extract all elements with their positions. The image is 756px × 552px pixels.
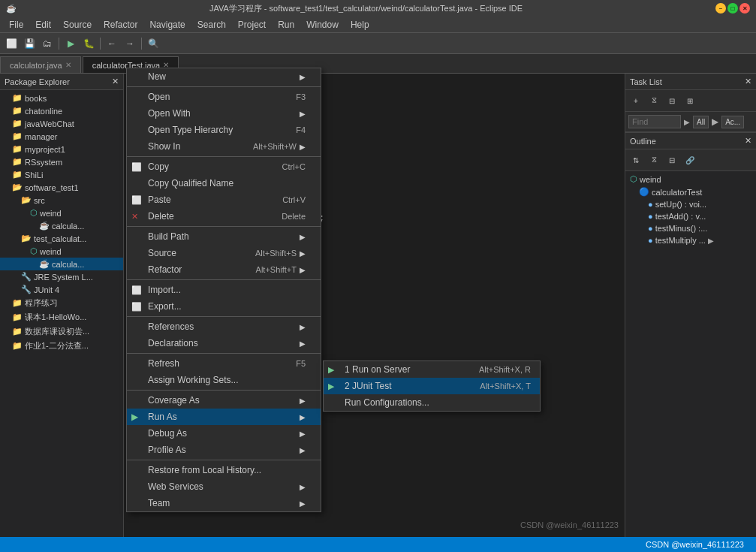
tree-software-test1[interactable]: 📂software_test1 — [0, 181, 123, 194]
tree-jre[interactable]: 🔧JRE System L... — [0, 270, 123, 283]
toolbar-debug[interactable]: 🐛 — [80, 35, 97, 52]
toolbar-save-all[interactable]: 🗂 — [39, 35, 56, 52]
tree-database[interactable]: 📁数据库课设初尝... — [0, 324, 123, 339]
cm-copy-qualified[interactable]: Copy Qualified Name — [127, 175, 321, 192]
tree-helloworld[interactable]: 📁课本1-HelloWo... — [0, 310, 123, 324]
menu-file[interactable]: File — [3, 17, 29, 32]
minimize-button[interactable]: − — [715, 3, 726, 14]
cm-paste[interactable]: ⬜PasteCtrl+V — [127, 192, 321, 208]
main-layout: Package Explorer ✕ 📁books 📁chatonline 📁j… — [0, 74, 756, 552]
cm-sep-6 — [127, 353, 321, 354]
outline-filter-btn[interactable]: ⧖ — [646, 152, 662, 168]
task-expand-btn[interactable]: ⊞ — [682, 92, 698, 109]
menu-run[interactable]: Run — [272, 17, 300, 32]
tree-javawebchat[interactable]: 📁javaWebChat — [0, 117, 123, 130]
find-all-button[interactable]: All — [693, 116, 709, 128]
cm-run-as[interactable]: ▶Run As▶ — [127, 409, 321, 425]
cm-source[interactable]: SourceAlt+Shift+S▶ — [127, 245, 321, 261]
menu-search[interactable]: Search — [191, 17, 232, 32]
maximize-button[interactable]: □ — [727, 3, 738, 14]
cm-delete[interactable]: ✕DeleteDelete — [127, 208, 321, 225]
cm-web-services[interactable]: Web Services▶ — [127, 478, 321, 495]
tree-test-calculator[interactable]: 📂test_calculat... — [0, 232, 123, 245]
find-input[interactable] — [628, 115, 681, 128]
outline-close[interactable]: ✕ — [745, 136, 751, 146]
cm-refresh[interactable]: RefreshF5 — [127, 355, 321, 372]
outline-calculatortest[interactable]: 🔵calculatorTest — [627, 186, 754, 198]
menu-navigate[interactable]: Navigate — [143, 17, 191, 32]
cm-references[interactable]: References▶ — [127, 318, 321, 335]
cm-refactor[interactable]: RefactorAlt+Shift+T▶ — [127, 261, 321, 278]
cm-open-with[interactable]: Open With▶ — [127, 105, 321, 122]
tree-manager[interactable]: 📁manager — [0, 130, 123, 143]
tree-calcula-1[interactable]: ☕calcula... — [0, 219, 123, 232]
tree-programs[interactable]: 📁程序练习 — [0, 296, 123, 310]
tree-junit4[interactable]: 🔧JUnit 4 — [0, 283, 123, 296]
tree-weind-1[interactable]: ⬡weind — [0, 207, 123, 219]
tree-bisect[interactable]: 📁作业1-二分法查... — [0, 339, 123, 353]
tree-myproject1[interactable]: 📁myproject1 — [0, 143, 123, 155]
toolbar-back[interactable]: ← — [104, 35, 120, 52]
sm-junit-test[interactable]: ▶ 2 JUnit Test Alt+Shift+X, T — [324, 378, 540, 394]
menu-help[interactable]: Help — [345, 17, 375, 32]
cm-import[interactable]: ⬜Import... — [127, 282, 321, 298]
cm-declarations[interactable]: Declarations▶ — [127, 335, 321, 351]
cm-team[interactable]: Team▶ — [127, 495, 321, 511]
cm-open[interactable]: OpenF3 — [127, 89, 321, 105]
task-collapse-btn[interactable]: ⊟ — [664, 92, 680, 109]
toolbar-new[interactable]: ⬜ — [3, 35, 20, 52]
tree-books[interactable]: 📁books — [0, 92, 123, 104]
toolbar-run[interactable]: ▶ — [62, 35, 79, 52]
menu-window[interactable]: Window — [300, 17, 345, 32]
toolbar: ⬜ 💾 🗂 ▶ 🐛 ← → 🔍 — [0, 33, 756, 54]
task-filter-btn[interactable]: ⧖ — [646, 92, 662, 109]
tree-calcula-2[interactable]: ☕calcula... — [0, 258, 123, 270]
tree-chatonline[interactable]: 📁chatonline — [0, 104, 123, 117]
menu-refactor[interactable]: Refactor — [98, 17, 143, 32]
find-ac-button[interactable]: Ac... — [721, 116, 744, 128]
tree-weind-2[interactable]: ⬡weind — [0, 245, 123, 258]
sm-run-on-server[interactable]: ▶ 1 Run on Server Alt+Shift+X, R — [324, 361, 540, 378]
toolbar-save[interactable]: 💾 — [21, 35, 38, 52]
menu-project[interactable]: Project — [232, 17, 272, 32]
outline-collapse-btn[interactable]: ⊟ — [664, 152, 680, 168]
cm-coverage-as[interactable]: Coverage As▶ — [127, 392, 321, 409]
cm-copy[interactable]: ⬜CopyCtrl+C — [127, 158, 321, 175]
outline-toolbar: ⇅ ⧖ ⊟ 🔗 — [625, 149, 756, 171]
sm-run-configurations[interactable]: Run Configurations... — [324, 394, 540, 411]
outline-weind[interactable]: ⬡weind — [627, 173, 754, 186]
outline-sort-btn[interactable]: ⇅ — [628, 152, 644, 168]
cm-sep-1 — [127, 86, 321, 87]
outline-testmultiply[interactable]: ●testMultiply ...▶ — [627, 234, 754, 246]
outline-testadd[interactable]: ●testAdd() : v... — [627, 210, 754, 222]
menu-edit[interactable]: Edit — [29, 17, 57, 32]
tree-shili[interactable]: 📁ShiLi — [0, 168, 123, 181]
outline-link-btn[interactable]: 🔗 — [682, 152, 698, 168]
tree-rssystem[interactable]: 📁RSsystem — [0, 155, 123, 168]
cm-new[interactable]: New▶ — [127, 68, 321, 85]
menu-source[interactable]: Source — [57, 17, 98, 32]
cm-profile-as[interactable]: Profile As▶ — [127, 442, 321, 458]
tab-calculator-close[interactable]: ✕ — [65, 61, 71, 69]
toolbar-forward[interactable]: → — [122, 35, 138, 52]
toolbar-sep-3 — [141, 38, 142, 50]
cm-export[interactable]: ⬜Export... — [127, 298, 321, 315]
tree-src[interactable]: 📂src — [0, 194, 123, 207]
outline-tree: ⬡weind 🔵calculatorTest ●setUp() : voi...… — [625, 171, 756, 248]
outline-testminus[interactable]: ●testMinus() :... — [627, 222, 754, 234]
task-list-close[interactable]: ✕ — [745, 77, 751, 86]
task-new-btn[interactable]: + — [628, 92, 644, 109]
cm-assign-working-sets[interactable]: Assign Working Sets... — [127, 372, 321, 388]
cm-debug-as[interactable]: Debug As▶ — [127, 425, 321, 442]
cm-restore[interactable]: Restore from Local History... — [127, 462, 321, 478]
cm-build-path[interactable]: Build Path▶ — [127, 228, 321, 245]
outline-setup[interactable]: ●setUp() : voi... — [627, 198, 754, 210]
window-title: JAVA学习程序 - software_test1/test_calculato… — [21, 3, 711, 14]
tab-calculator[interactable]: calculator.java ✕ — [0, 56, 81, 73]
toolbar-search[interactable]: 🔍 — [145, 35, 161, 52]
cm-open-type-hierarchy[interactable]: Open Type HierarchyF4 — [127, 122, 321, 138]
package-explorer-close-icon[interactable]: ✕ — [112, 77, 119, 86]
cm-show-in[interactable]: Show InAlt+Shift+W▶ — [127, 138, 321, 155]
window-controls[interactable]: − □ ✕ — [715, 3, 750, 14]
close-button[interactable]: ✕ — [739, 3, 750, 14]
